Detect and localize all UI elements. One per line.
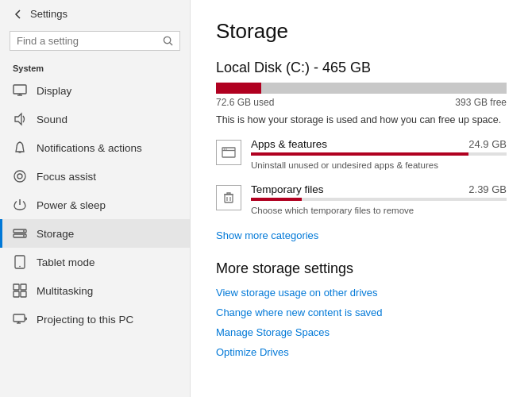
link-optimize[interactable]: Optimize Drives <box>216 346 507 358</box>
storage-icon <box>13 226 27 241</box>
storage-bar <box>216 83 507 94</box>
projecting-icon <box>13 312 27 326</box>
storage-bar-labels: 72.6 GB used 393 GB free <box>216 97 507 108</box>
apps-desc: Uninstall unused or undesired apps & fea… <box>251 160 438 170</box>
disk-title: Local Disk (C:) - 465 GB <box>216 60 507 76</box>
apps-size: 24.9 GB <box>468 138 507 150</box>
apps-name: Apps & features <box>251 138 327 150</box>
sidebar-item-label: Notifications & actions <box>37 142 142 154</box>
svg-line-1 <box>170 43 172 45</box>
search-icon <box>163 36 173 46</box>
sidebar-item-label: Tablet mode <box>37 256 95 268</box>
apps-bar <box>251 152 507 156</box>
sidebar-item-sound[interactable]: Sound <box>0 105 190 133</box>
svg-point-8 <box>17 174 22 179</box>
storage-item-temp: Temporary files 2.39 GB Choose which tem… <box>216 183 507 216</box>
svg-point-0 <box>164 37 170 43</box>
more-settings-title: More storage settings <box>216 260 507 277</box>
storage-bar-used <box>216 83 261 94</box>
back-icon <box>13 9 24 20</box>
link-storage-spaces[interactable]: Manage Storage Spaces <box>216 326 507 338</box>
svg-rect-27 <box>225 195 233 202</box>
svg-rect-2 <box>13 85 26 94</box>
apps-content: Apps & features 24.9 GB Uninstall unused… <box>251 138 507 171</box>
svg-rect-17 <box>13 291 19 297</box>
used-label: 72.6 GB used <box>216 97 274 108</box>
free-label: 393 GB free <box>455 97 507 108</box>
sidebar-item-label: Storage <box>37 228 74 240</box>
temp-bar <box>251 198 507 201</box>
svg-point-25 <box>224 148 226 150</box>
svg-point-14 <box>19 266 21 268</box>
search-box[interactable] <box>10 31 180 51</box>
storage-item-apps: Apps & features 24.9 GB Uninstall unused… <box>216 138 507 171</box>
sidebar-back-label: Settings <box>30 8 67 20</box>
power-icon <box>13 198 27 212</box>
display-icon <box>13 83 27 98</box>
multitasking-icon <box>13 283 27 298</box>
svg-point-12 <box>23 235 25 237</box>
svg-rect-15 <box>13 284 19 290</box>
svg-rect-18 <box>21 291 26 297</box>
svg-point-11 <box>23 230 25 232</box>
temp-size: 2.39 GB <box>468 183 507 195</box>
sidebar-item-projecting[interactable]: Projecting to this PC <box>0 305 190 333</box>
notifications-icon <box>13 141 27 155</box>
svg-rect-19 <box>13 314 25 322</box>
sidebar-item-label: Focus assist <box>37 171 96 183</box>
temp-content: Temporary files 2.39 GB Choose which tem… <box>251 183 507 216</box>
temp-desc: Choose which temporary files to remove <box>251 206 414 215</box>
search-input[interactable] <box>17 35 163 47</box>
storage-description: This is how your storage is used and how… <box>216 114 507 125</box>
svg-marker-22 <box>25 317 27 321</box>
tablet-icon <box>13 255 27 269</box>
svg-marker-5 <box>15 114 21 125</box>
link-other-drives[interactable]: View storage usage on other drives <box>216 287 507 299</box>
show-more-link[interactable]: Show more categories <box>216 229 318 241</box>
sound-icon <box>13 112 27 126</box>
svg-point-7 <box>14 171 25 182</box>
temp-name: Temporary files <box>251 183 324 195</box>
section-label: System <box>0 57 190 76</box>
sidebar-item-label: Projecting to this PC <box>37 314 133 326</box>
apps-icon <box>216 140 241 165</box>
trash-icon <box>216 185 241 210</box>
main-content: Storage Local Disk (C:) - 465 GB 72.6 GB… <box>191 0 532 397</box>
sidebar-item-multitasking[interactable]: Multitasking <box>0 276 190 305</box>
sidebar-item-display[interactable]: Display <box>0 76 190 105</box>
sidebar-item-power[interactable]: Power & sleep <box>0 191 190 219</box>
link-new-content[interactable]: Change where new content is saved <box>216 306 507 318</box>
sidebar-item-label: Display <box>37 85 71 97</box>
sidebar-item-label: Sound <box>37 114 67 125</box>
page-title: Storage <box>216 19 507 44</box>
sidebar-item-label: Multitasking <box>37 285 93 297</box>
focus-icon <box>13 169 27 183</box>
svg-point-26 <box>226 148 227 150</box>
sidebar-item-label: Power & sleep <box>37 199 106 211</box>
sidebar-item-tablet[interactable]: Tablet mode <box>0 248 190 276</box>
sidebar-item-storage[interactable]: Storage <box>0 219 190 248</box>
sidebar: Settings System Display Sound Notificati… <box>0 0 191 397</box>
svg-rect-16 <box>21 284 26 290</box>
sidebar-item-notifications[interactable]: Notifications & actions <box>0 133 190 162</box>
sidebar-back[interactable]: Settings <box>0 0 190 28</box>
sidebar-item-focus[interactable]: Focus assist <box>0 162 190 191</box>
